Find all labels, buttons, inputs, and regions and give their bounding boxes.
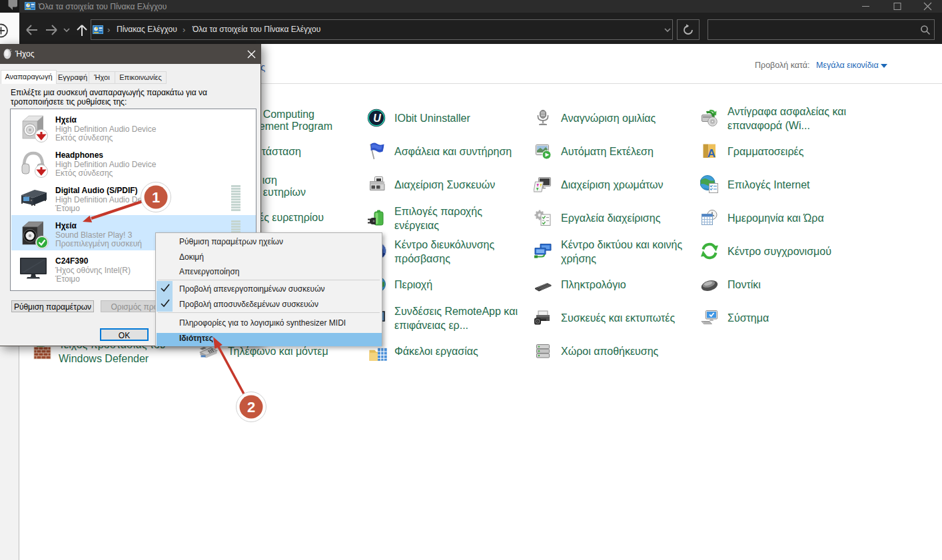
svg-text:2: 2 [247, 399, 255, 416]
svg-text:U: U [373, 113, 381, 124]
svg-text:A: A [707, 147, 715, 160]
